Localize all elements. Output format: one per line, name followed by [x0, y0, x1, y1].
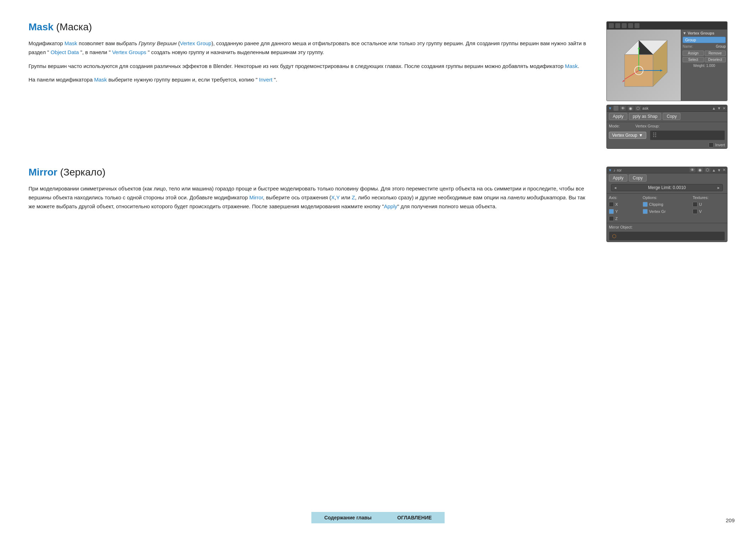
- mask-title-rest: (Маска): [53, 21, 92, 32]
- mirror-heading: Mirror (Зеркало): [29, 167, 592, 178]
- vp-icon-4: [628, 23, 633, 28]
- vp-icon-1: [609, 23, 614, 28]
- v-label: V: [699, 209, 701, 214]
- y-row: Y Vertex Gr V: [607, 208, 727, 215]
- mirror-object-input-row: ⬡: [607, 230, 727, 242]
- merge-left-arrow[interactable]: ◄: [613, 186, 617, 190]
- mirror-eye-icon: 👁: [689, 167, 695, 172]
- cage-icon: ⬡: [635, 106, 641, 111]
- mask-copy-button[interactable]: Copy: [663, 113, 680, 120]
- z-checkbox[interactable]: [609, 216, 614, 221]
- mirror-panel-icons: 👁 ◉ ⬡: [689, 168, 710, 172]
- mask-section: Mask (Маска) Модификатор Mask позволяет …: [29, 21, 727, 152]
- grid-icon: ⠿: [652, 132, 657, 139]
- vp-icon-3: [622, 23, 627, 28]
- mirror-section: Mirror (Зеркало) При моделировании симме…: [29, 167, 727, 246]
- clipping-label: Clipping: [649, 202, 663, 206]
- mirror-title-blue: Mirror: [29, 167, 57, 178]
- mirror-divider-2: [607, 223, 727, 223]
- mirror-triangle-icon: ▼: [608, 168, 612, 172]
- mask-title-blue: Mask: [29, 21, 53, 32]
- close-icon[interactable]: ✕: [723, 106, 726, 111]
- vp-icon-5: [635, 23, 640, 28]
- mirror-object-field[interactable]: ⬡: [609, 231, 725, 241]
- u-checkbox[interactable]: [693, 202, 698, 207]
- page-number: 209: [726, 517, 735, 523]
- mask-para-1: Модификатор Mask позволяет вам выбрать Г…: [29, 39, 592, 57]
- mode-value: Vertex Group: [612, 133, 637, 138]
- u-group: U: [693, 202, 725, 207]
- v-checkbox[interactable]: [693, 209, 698, 214]
- mirror-copy-button[interactable]: Copy: [629, 174, 647, 182]
- page: Mask (Маска) Модификатор Mask позволяет …: [0, 0, 756, 288]
- mask-viewport: ▼ Vertex Groups Group Name: Group Assign…: [606, 21, 727, 101]
- mirror-panel-title: ror: [617, 168, 688, 172]
- x-label: X: [615, 202, 618, 206]
- mirror-apply-row: Apply Copy: [607, 173, 727, 183]
- x-row: X Clipping U: [607, 201, 727, 208]
- mask-modifier-panel: ▼ 👁 ◉ ⬡ ask ▲ ▼ ✕ Apply pply as Shap Cop…: [606, 105, 727, 149]
- toc-button[interactable]: ОГЛАВЛЕНИЕ: [384, 512, 445, 523]
- vertex-gr-checkbox[interactable]: [643, 209, 648, 214]
- invert-row: Invert: [607, 141, 727, 148]
- mirror-title-rest: (Зеркало): [57, 167, 105, 178]
- vertex-group-input[interactable]: Group: [683, 37, 726, 43]
- mode-label: Mode:: [609, 124, 620, 128]
- contents-button[interactable]: Содержание главы: [311, 512, 384, 523]
- name-field: Name: Group: [683, 44, 726, 48]
- merge-right-arrow[interactable]: ►: [717, 186, 720, 190]
- mirror-object-label: Mirror Object:: [609, 225, 633, 229]
- mirror-close-icon[interactable]: ✕: [723, 168, 726, 172]
- assign-btn[interactable]: Assign: [683, 51, 704, 56]
- z-label: Z: [615, 216, 618, 221]
- name-value: Group: [716, 44, 726, 48]
- mirror-cage-icon: ⬡: [705, 167, 710, 172]
- mask-para-3: На панели модификатора Mask выберите нуж…: [29, 75, 592, 84]
- invert-checkbox[interactable]: [709, 142, 714, 147]
- select-btn[interactable]: Select: [683, 57, 704, 62]
- mode-select[interactable]: Vertex Group ▼: [609, 132, 646, 139]
- weight-display: Weight: 1.000: [683, 64, 726, 68]
- y-checkbox[interactable]: [609, 209, 614, 214]
- mode-row: Mode: Vertex Group:: [607, 123, 727, 129]
- mask-panel-icons: 👁 ◉ ⬡: [620, 106, 641, 111]
- merge-limit-control: ◄ Merge Limit: 0.0010 ►: [611, 184, 723, 191]
- z-row: Z: [607, 215, 727, 222]
- z-axis-group: Z: [609, 216, 642, 221]
- vertex-group-input-field[interactable]: ⠿: [650, 130, 725, 140]
- down-arrow-icon: ▼: [717, 106, 721, 110]
- axis-header: Axis:: [609, 195, 641, 200]
- viewport-body: ▼ Vertex Groups Group Name: Group Assign…: [607, 30, 727, 101]
- modifier-icon: [613, 106, 618, 111]
- mirror-img-col: ▼ ♪ ror 👁 ◉ ⬡ ▲ ▼ ✕ Apply Copy: [606, 167, 727, 246]
- y-axis-group: Y: [609, 209, 641, 214]
- vertex-gr-label: Vertex Gr: [649, 209, 666, 214]
- vp-icon-2: [615, 23, 620, 28]
- mirror-render-icon: ◉: [697, 167, 703, 172]
- options-header: Options:: [643, 195, 691, 200]
- mask-img-col: ▼ Vertex Groups Group Name: Group Assign…: [606, 21, 727, 152]
- mirror-modifier-panel: ▼ ♪ ror 👁 ◉ ⬡ ▲ ▼ ✕ Apply Copy: [606, 167, 727, 242]
- clipping-group: Clipping: [643, 202, 691, 207]
- axis-options-header: Axis: Options: Textures:: [607, 194, 727, 201]
- mirror-up-arrow-icon: ▲: [712, 168, 716, 172]
- textures-header: Textures:: [693, 195, 725, 200]
- mirror-apply-button[interactable]: Apply: [609, 174, 627, 182]
- deselect-btn[interactable]: Deselect: [705, 57, 726, 62]
- mask-apply-shape-button[interactable]: pply as Shap: [629, 113, 661, 120]
- mask-text-col: Mask (Маска) Модификатор Mask позволяет …: [29, 21, 606, 152]
- mode-controls-row: Vertex Group ▼ ⠿: [607, 129, 727, 141]
- up-arrow-icon: ▲: [712, 106, 716, 110]
- merge-limit-value: Merge Limit: 0.0010: [617, 185, 717, 190]
- mirror-divider-1: [607, 193, 727, 194]
- mask-apply-button[interactable]: Apply: [609, 113, 627, 120]
- vertex-groups-title: ▼ Vertex Groups: [683, 31, 726, 35]
- cube-svg: [614, 33, 671, 101]
- x-checkbox[interactable]: [609, 202, 614, 207]
- vertex-groups-panel: ▼ Vertex Groups Group Name: Group Assign…: [681, 30, 727, 101]
- u-label: U: [699, 202, 702, 206]
- mirror-object-row: Mirror Object:: [607, 224, 727, 230]
- remove-btn[interactable]: Remove: [705, 51, 726, 56]
- clipping-checkbox[interactable]: [643, 202, 648, 207]
- triangle-icon: ▼: [608, 106, 612, 110]
